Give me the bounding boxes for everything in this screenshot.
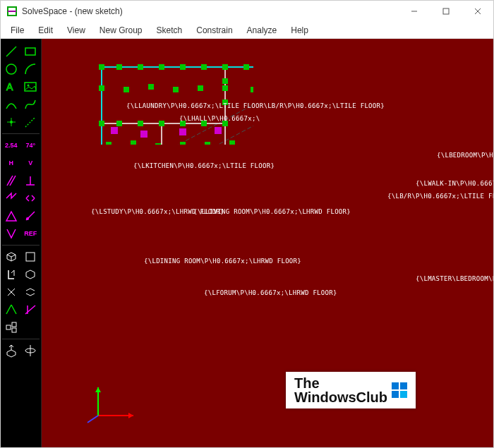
svg-rect-79	[201, 64, 207, 70]
svg-point-11	[28, 85, 30, 87]
extrude-icon[interactable]	[2, 342, 20, 359]
minimize-button[interactable]	[398, 1, 430, 22]
exploded-view-icon[interactable]	[2, 319, 20, 336]
coincident-constraint-icon[interactable]	[2, 190, 20, 207]
vertical-constraint-icon[interactable]: V	[22, 155, 40, 171]
symmetric-constraint-icon[interactable]	[22, 190, 40, 207]
svg-line-235	[88, 416, 98, 423]
perpendicular-constraint-icon[interactable]	[22, 172, 40, 189]
titlebar: SolveSpace - (new sketch)	[1, 1, 493, 22]
svg-rect-86	[124, 87, 129, 92]
toolbar: A 2.54 74° H V	[1, 39, 42, 447]
svg-rect-103	[106, 142, 112, 145]
svg-rect-76	[138, 64, 143, 70]
close-button[interactable]	[462, 1, 493, 22]
plan-label: {\LFORUM\P\H0.6667x;\LHRWD FLOOR}	[204, 289, 337, 296]
svg-rect-96	[138, 121, 143, 126]
svg-rect-236	[392, 382, 399, 389]
svg-rect-77	[159, 64, 164, 70]
show-outlines-icon[interactable]	[2, 301, 20, 318]
show-mesh-icon[interactable]	[22, 301, 40, 318]
svg-marker-232	[128, 413, 133, 418]
nearest-ortho-icon[interactable]	[2, 266, 20, 283]
watermark-text-line1: The	[294, 376, 387, 390]
point-tool-icon[interactable]	[2, 114, 20, 131]
svg-rect-23	[6, 325, 11, 329]
menubar: FileEditViewNew GroupSketchConstrainAnal…	[1, 22, 493, 39]
svg-rect-105	[155, 143, 161, 145]
tangent-arc-tool-icon[interactable]	[2, 96, 20, 113]
svg-rect-74	[99, 64, 104, 70]
menu-file[interactable]: File	[4, 23, 31, 38]
svg-rect-237	[400, 382, 407, 389]
window-controls	[398, 1, 493, 22]
svg-rect-7	[25, 48, 35, 55]
app-icon	[6, 6, 18, 17]
app-window: SolveSpace - (new sketch) FileEditViewNe…	[0, 0, 494, 448]
svg-rect-80	[222, 64, 228, 70]
angle-constraint-icon[interactable]: 74°	[22, 137, 40, 154]
svg-line-15	[25, 117, 35, 127]
circle-tool-icon[interactable]	[2, 61, 20, 78]
arc-tool-icon[interactable]	[22, 61, 40, 78]
maximize-button[interactable]	[430, 1, 462, 22]
svg-marker-234	[95, 387, 101, 392]
parallel-constraint-icon[interactable]	[2, 172, 20, 189]
reference-constraint-icon[interactable]: REF	[22, 225, 40, 242]
toolbar-separator	[2, 133, 40, 134]
same-orientation-icon[interactable]	[22, 207, 40, 224]
construction-tool-icon[interactable]	[22, 114, 40, 131]
watermark: The WindowsClub	[286, 372, 416, 408]
svg-rect-107	[205, 142, 210, 145]
show-edges-icon[interactable]	[22, 284, 40, 301]
plan-label: {\LB/R\P\H0.6667x;\LTILE FLOOR}	[387, 193, 493, 200]
svg-rect-87	[148, 84, 154, 90]
plan-label: {\LLAUNDRY\P\H0.6667x;\LTILE FLOOR\LB/R\…	[126, 102, 385, 109]
plan-label: {\LLIVING ROOM\P\H0.6667x;\LHRWD FLOOR}	[193, 208, 351, 215]
svg-rect-85	[99, 85, 104, 91]
svg-rect-25	[12, 328, 16, 332]
drawing-canvas[interactable]: The WindowsClub {\LLAUNDRY\P\H0.6667x;\L…	[42, 39, 493, 447]
menu-analyze[interactable]: Analyze	[240, 23, 284, 38]
svg-rect-22	[26, 253, 35, 261]
text-tool-icon[interactable]: A	[2, 78, 20, 95]
menu-sketch[interactable]: Sketch	[150, 23, 190, 38]
svg-rect-89	[198, 85, 203, 91]
show-hidden-icon[interactable]	[2, 284, 20, 301]
svg-rect-97	[159, 121, 164, 126]
menu-new-group[interactable]: New Group	[92, 23, 150, 38]
image-tool-icon[interactable]	[22, 78, 40, 95]
svg-rect-238	[392, 391, 399, 398]
svg-point-21	[26, 217, 29, 220]
svg-rect-108	[229, 140, 235, 145]
svg-rect-94	[99, 121, 104, 126]
isometric-view-icon[interactable]	[2, 248, 20, 265]
menu-view[interactable]: View	[60, 23, 92, 38]
svg-rect-102	[222, 78, 228, 84]
menu-help[interactable]: Help	[284, 23, 315, 38]
equal-constraint-icon[interactable]	[2, 207, 20, 224]
plan-label: {\LHALL\P\H0.6667x;\	[179, 115, 260, 122]
svg-point-8	[6, 64, 16, 74]
svg-rect-81	[243, 64, 249, 70]
svg-rect-104	[131, 140, 136, 145]
menu-edit[interactable]: Edit	[31, 23, 60, 38]
rectangle-tool-icon[interactable]	[22, 43, 40, 60]
svg-rect-226	[179, 128, 186, 135]
horizontal-constraint-icon[interactable]: H	[2, 155, 20, 171]
center-view-icon[interactable]	[22, 266, 40, 283]
other-constraint-icon[interactable]	[2, 225, 20, 242]
line-tool-icon[interactable]	[2, 43, 20, 60]
plan-label: {\LWALK-IN\P\H0.6667x;\P\A	[416, 180, 493, 187]
svg-line-16	[7, 176, 13, 186]
workplane-view-icon[interactable]	[22, 248, 40, 265]
distance-constraint-icon[interactable]: 2.54	[2, 137, 20, 154]
svg-rect-227	[111, 127, 118, 134]
menu-constrain[interactable]: Constrain	[189, 23, 239, 38]
plan-label: {\LKITCHEN\P\H0.6667x;\LTILE FLOOR}	[133, 162, 275, 169]
plan-label: {\LBEDROOM\P\H0.6667x;\	[437, 152, 493, 159]
bezier-tool-icon[interactable]	[22, 96, 40, 113]
lathe-icon[interactable]	[22, 342, 40, 359]
svg-rect-91	[251, 87, 253, 92]
plan-label: {\LMASTER\LBEDROOM\P\H0.6667x;\	[416, 275, 493, 282]
